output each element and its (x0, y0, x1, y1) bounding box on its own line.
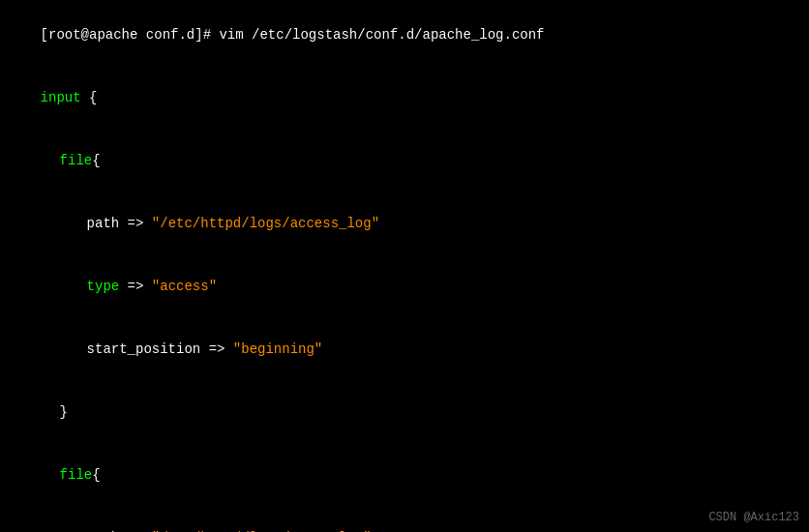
code-line-2: file{ (0, 130, 809, 192)
prompt-text: [root@apache conf.d]# vim /etc/logstash/… (41, 27, 545, 43)
watermark: CSDN @Axic123 (708, 511, 799, 524)
code-line-6: } (0, 381, 809, 444)
code-line-4: type => "access" (0, 255, 809, 318)
code-line-1: input { (0, 67, 809, 130)
code-line-5: start_position => "beginning" (0, 318, 809, 381)
code-line-8: path => "/etc/httpd/logs/error_log" (0, 508, 809, 533)
code-line-7: file{ (0, 444, 809, 507)
prompt-line: [root@apache conf.d]# vim /etc/logstash/… (0, 4, 809, 67)
terminal-window: [root@apache conf.d]# vim /etc/logstash/… (0, 0, 809, 532)
code-line-3: path => "/etc/httpd/logs/access_log" (0, 192, 809, 255)
